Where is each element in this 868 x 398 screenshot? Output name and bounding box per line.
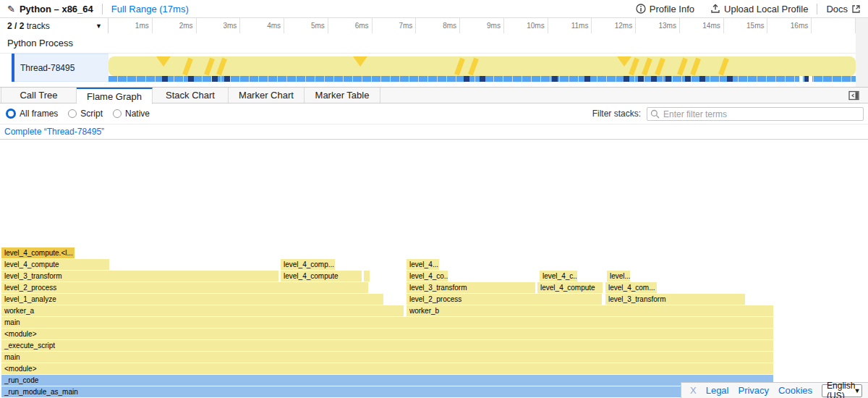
interval-dark-segment <box>727 76 733 82</box>
search-icon <box>650 109 660 119</box>
tab-marker-chart[interactable]: Marker Chart <box>229 88 305 103</box>
flame-block[interactable]: _run_code <box>1 375 773 386</box>
activity-marker-slash <box>642 58 652 76</box>
interval-dark-segment <box>212 76 218 82</box>
tab-marker-table[interactable]: Marker Table <box>305 88 380 103</box>
divider <box>102 4 103 14</box>
activity-marker-slash <box>655 58 665 76</box>
radio-selected-icon <box>6 109 16 119</box>
profile-title: Python – x86_64 <box>20 4 93 14</box>
filter-stacks-label: Filter stacks: <box>592 109 641 119</box>
activity-marker-triangle <box>353 56 367 67</box>
flame-block[interactable]: level_4_compute <box>281 271 362 281</box>
track-row-thread[interactable]: Thread-78495 <box>0 54 868 82</box>
flame-block[interactable] <box>364 271 370 281</box>
flame-block[interactable]: level_4_c... <box>540 271 577 281</box>
upload-profile-button[interactable]: Upload Local Profile <box>710 4 808 14</box>
flame-block[interactable]: worker_b <box>407 305 773 316</box>
flame-block[interactable]: level_4... <box>407 259 439 270</box>
chevron-down-icon: ▾ <box>855 386 859 394</box>
flame-block[interactable]: <module> <box>1 329 773 339</box>
breadcrumb-complete-thread[interactable]: Complete “Thread-78495” <box>4 127 104 137</box>
flame-block[interactable]: level_4_comp... <box>281 259 335 270</box>
flame-block[interactable]: level_3_transform <box>1 271 278 281</box>
interval-dark-segment <box>651 76 657 82</box>
app-header: ✎ Python – x86_64 Full Range (17ms) Prof… <box>0 0 868 18</box>
edit-pencil-icon[interactable]: ✎ <box>7 4 15 14</box>
full-range-link[interactable]: Full Range (17ms) <box>111 4 189 14</box>
activity-marker-slash <box>454 58 465 76</box>
ruler-tick: 12ms <box>592 18 636 33</box>
panel-tab-bar: Call Tree Flame Graph Stack Chart Marker… <box>0 88 868 103</box>
filter-stacks-input[interactable] <box>647 107 864 121</box>
flame-block[interactable]: _execute_script <box>1 340 773 351</box>
profile-info-button[interactable]: Profile Info <box>636 4 694 14</box>
tab-flame-graph[interactable]: Flame Graph <box>77 88 153 104</box>
activity-marker-slash <box>216 58 227 76</box>
activity-marker-triangle <box>617 56 631 67</box>
language-select[interactable]: English (US) ▾ <box>822 384 862 397</box>
activity-marker-slash <box>468 58 479 76</box>
radio-all-frames[interactable]: All frames <box>6 109 58 119</box>
interval-dark-segment <box>188 76 194 82</box>
flame-block[interactable]: level_2_process <box>407 294 602 305</box>
flame-block[interactable]: level_4_compute <box>537 282 603 293</box>
radio-script[interactable]: Script <box>68 109 103 119</box>
flame-block[interactable]: main <box>1 352 773 363</box>
footer-privacy-link[interactable]: Privacy <box>738 385 769 396</box>
thread-activity-track[interactable] <box>109 54 856 82</box>
interval-dark-segment <box>224 76 230 82</box>
flame-block[interactable]: level_4_co... <box>407 271 448 281</box>
interval-dark-segment <box>584 76 590 82</box>
flame-block[interactable]: level_3_transform <box>605 294 745 305</box>
radio-icon <box>113 109 122 118</box>
ruler-tick: 11ms <box>548 18 592 33</box>
ruler-tick: 14ms <box>680 18 724 33</box>
docs-link[interactable]: Docs <box>826 4 861 14</box>
interval-dark-segment <box>638 76 644 82</box>
ruler-tick: 2ms <box>153 18 197 33</box>
flame-block[interactable]: level_4_com... <box>605 282 657 293</box>
footer-x-link[interactable]: X <box>690 385 697 396</box>
ruler-tick: 3ms <box>197 18 241 33</box>
flame-block[interactable]: _run_module_as_main <box>1 386 773 397</box>
flame-block[interactable]: main <box>1 317 773 328</box>
flame-block[interactable]: level_3_transform <box>407 282 535 293</box>
activity-marker-slash <box>182 58 193 76</box>
tab-call-tree[interactable]: Call Tree <box>1 88 77 103</box>
flame-block[interactable]: <module> <box>1 363 773 374</box>
flame-block[interactable]: level_1_analyze <box>1 294 383 305</box>
ruler-tick: 15ms <box>724 18 768 33</box>
tab-stack-chart[interactable]: Stack Chart <box>153 88 229 103</box>
ruler-tick: 5ms <box>284 18 328 33</box>
flame-graph-canvas[interactable]: level_4_compute.<l...level_4_computeleve… <box>0 140 868 398</box>
timeline-ruler[interactable]: 1ms2ms3ms4ms5ms6ms7ms8ms9ms10ms11ms12ms1… <box>109 18 856 33</box>
flame-block[interactable]: level... <box>607 271 630 281</box>
activity-marker-triangle <box>156 56 171 67</box>
footer-legal-link[interactable]: Legal <box>706 385 729 396</box>
flame-block[interactable]: worker_a <box>1 305 404 316</box>
timeline-header: 2 / 2 tracks ▼ 1ms2ms3ms4ms5ms6ms7ms8ms9… <box>0 18 868 33</box>
activity-graph <box>109 56 856 76</box>
flame-block[interactable]: level_4_compute <box>1 259 109 270</box>
ruler-tick: 7ms <box>373 18 417 33</box>
interval-dark-segment <box>665 76 671 82</box>
legal-footer: X Legal Privacy Cookies English (US) ▾ <box>681 382 868 398</box>
track-row-python-process[interactable]: Python Process <box>0 33 868 54</box>
activity-marker-slash <box>718 58 729 76</box>
ruler-filler <box>856 18 868 33</box>
flame-block[interactable]: level_4_compute.<l... <box>1 247 75 258</box>
ruler-tick: 8ms <box>416 18 460 33</box>
ruler-tick <box>812 18 856 33</box>
radio-native[interactable]: Native <box>113 109 150 119</box>
divider <box>817 4 817 14</box>
sidebar-toggle-button[interactable] <box>848 88 859 103</box>
ruler-tick: 13ms <box>636 18 680 33</box>
interval-dark-segment <box>162 76 168 82</box>
flame-block[interactable]: level_2_process <box>1 282 368 293</box>
tracks-dropdown-button[interactable]: 2 / 2 tracks ▼ <box>0 18 109 33</box>
track-filler <box>856 33 868 87</box>
footer-cookies-link[interactable]: Cookies <box>778 385 812 396</box>
interval-dark-segment <box>699 76 705 82</box>
thread-track-label[interactable]: Thread-78495 <box>14 54 109 82</box>
